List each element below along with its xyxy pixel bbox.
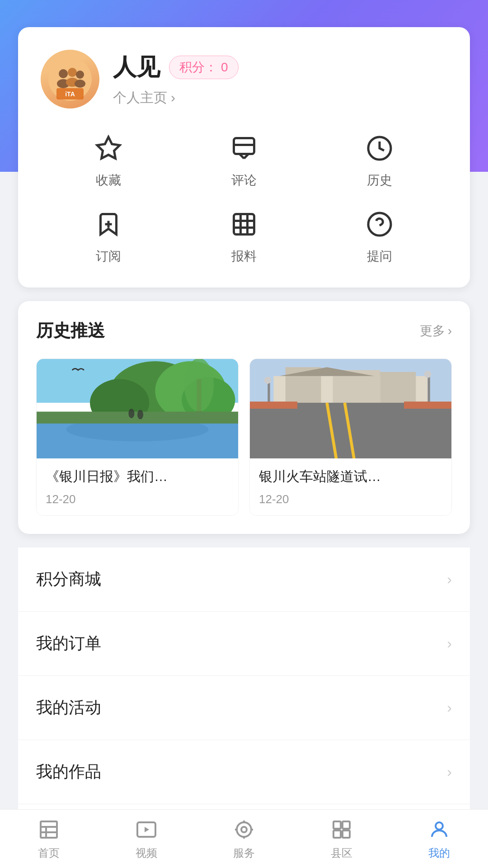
- points-badge: 积分： 0: [169, 56, 239, 79]
- question-label: 提问: [367, 248, 392, 265]
- chevron-my-works-icon: ›: [447, 764, 452, 780]
- news-date-1: 12-20: [46, 492, 229, 506]
- svg-marker-55: [145, 827, 149, 832]
- profile-name: 人见: [113, 52, 160, 83]
- news-title-2: 银川火车站隧道试…: [259, 467, 442, 486]
- my-activities-item[interactable]: 我的活动 ›: [18, 676, 470, 740]
- svg-rect-62: [333, 821, 341, 829]
- history-label: 历史: [367, 172, 392, 189]
- news-grid: 《银川日报》我们… 12-20: [36, 359, 452, 516]
- svg-rect-49: [404, 401, 451, 409]
- star-icon: [91, 131, 126, 165]
- nav-home[interactable]: 首页: [0, 810, 98, 868]
- nav-district-label: 县区: [331, 846, 352, 860]
- favorites-button[interactable]: 收藏: [41, 131, 176, 189]
- chevron-more-icon: ›: [448, 324, 452, 338]
- question-button[interactable]: 提问: [312, 207, 447, 265]
- svg-rect-65: [343, 830, 350, 838]
- clock-icon: [362, 131, 397, 165]
- chevron-points-mall-icon: ›: [447, 571, 452, 588]
- service-icon: [232, 818, 256, 841]
- my-works-label: 我的作品: [36, 761, 101, 783]
- nav-service[interactable]: 服务: [195, 810, 293, 868]
- svg-point-35: [137, 410, 143, 420]
- svg-point-43: [264, 377, 271, 384]
- svg-text:iTA: iTA: [65, 90, 75, 98]
- avatar[interactable]: iTA: [41, 50, 99, 108]
- points-mall-item[interactable]: 积分商城 ›: [18, 547, 470, 612]
- svg-point-1: [59, 69, 68, 78]
- points-value: 0: [221, 60, 228, 75]
- svg-rect-17: [234, 214, 254, 235]
- action-grid: 收藏 评论 历史 订阅: [41, 131, 447, 265]
- nav-home-label: 首页: [38, 846, 60, 860]
- favorites-label: 收藏: [96, 172, 121, 189]
- chevron-my-activities-icon: ›: [447, 699, 452, 716]
- svg-point-66: [436, 822, 443, 830]
- history-section: 历史推送 更多 ›: [18, 301, 470, 534]
- svg-rect-63: [343, 821, 350, 829]
- svg-rect-40: [380, 372, 416, 406]
- svg-point-56: [237, 822, 251, 837]
- nav-video[interactable]: 视频: [98, 810, 195, 868]
- svg-point-5: [76, 71, 84, 79]
- svg-point-3: [68, 68, 77, 77]
- profile-homepage-link[interactable]: 个人主页 ›: [113, 89, 447, 107]
- question-icon: [362, 207, 397, 241]
- nav-service-label: 服务: [233, 846, 255, 860]
- nav-mine-label: 我的: [428, 846, 450, 860]
- svg-point-57: [241, 827, 247, 832]
- comments-label: 评论: [231, 172, 257, 189]
- svg-marker-9: [97, 137, 120, 159]
- home-icon: [37, 818, 61, 841]
- svg-point-34: [128, 409, 134, 418]
- svg-rect-50: [41, 821, 57, 838]
- nav-video-label: 视频: [136, 846, 157, 860]
- subscribe-label: 订阅: [96, 248, 121, 265]
- svg-rect-48: [250, 401, 297, 409]
- news-title-1: 《银川日报》我们…: [46, 467, 229, 486]
- profile-info: 人见 积分： 0 个人主页 ›: [113, 52, 447, 107]
- profile-card: iTA 人见 积分： 0 个人主页 ›: [18, 27, 470, 288]
- bookmark-plus-icon: [91, 207, 126, 241]
- comment-icon: [227, 131, 261, 165]
- nav-district[interactable]: 县区: [293, 810, 390, 868]
- nav-mine[interactable]: 我的: [390, 810, 488, 868]
- user-icon: [427, 818, 451, 841]
- my-orders-label: 我的订单: [36, 632, 101, 655]
- chevron-right-icon: ›: [171, 90, 175, 105]
- svg-rect-64: [333, 830, 341, 838]
- points-label: 积分：: [179, 59, 217, 76]
- my-orders-item[interactable]: 我的订单 ›: [18, 612, 470, 676]
- history-button[interactable]: 历史: [312, 131, 447, 189]
- news-date-2: 12-20: [259, 492, 442, 506]
- svg-point-6: [75, 80, 85, 88]
- history-section-title: 历史推送: [36, 319, 105, 342]
- my-activities-label: 我的活动: [36, 697, 101, 719]
- svg-point-30: [184, 359, 214, 412]
- video-icon: [135, 818, 158, 841]
- points-mall-label: 积分商城: [36, 568, 101, 590]
- report-label: 报料: [231, 248, 257, 265]
- chevron-my-orders-icon: ›: [447, 635, 452, 652]
- comments-button[interactable]: 评论: [176, 131, 312, 189]
- news-card-2[interactable]: 银川火车站隧道试… 12-20: [249, 359, 452, 516]
- svg-rect-33: [37, 412, 238, 424]
- my-works-item[interactable]: 我的作品 ›: [18, 740, 470, 804]
- district-icon: [330, 818, 353, 841]
- subscribe-button[interactable]: 订阅: [41, 207, 176, 265]
- report-button[interactable]: 报料: [176, 207, 312, 265]
- hash-icon: [227, 207, 261, 241]
- news-card-1[interactable]: 《银川日报》我们… 12-20: [36, 359, 239, 516]
- bottom-navigation: 首页 视频 服务 县区 我的: [0, 809, 488, 868]
- more-link[interactable]: 更多 ›: [420, 322, 452, 340]
- svg-point-44: [424, 371, 432, 378]
